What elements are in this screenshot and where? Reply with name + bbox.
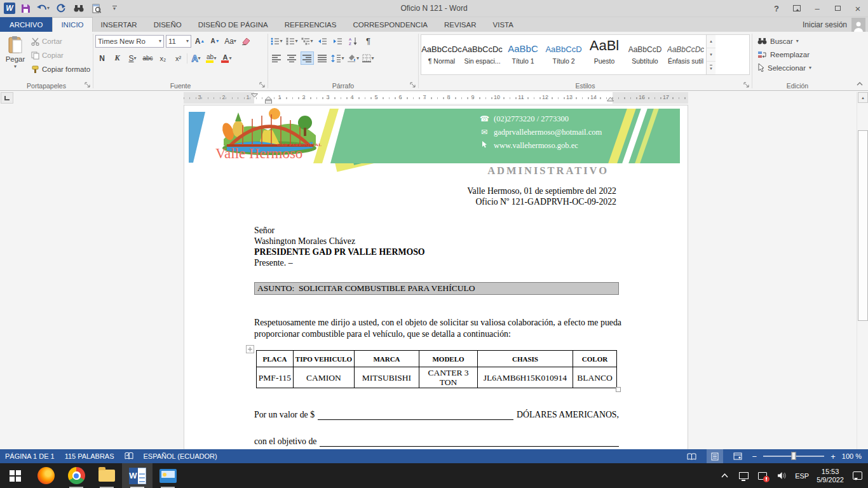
cell-placa[interactable]: PMF-115 xyxy=(257,367,294,388)
tab-diseno-de-pagina[interactable]: DISEÑO DE PÁGINA xyxy=(190,17,276,32)
recipient-closing[interactable]: Presente. – xyxy=(254,257,425,268)
highlight-color-button[interactable]: ab ▾ xyxy=(205,51,218,65)
tray-language[interactable]: ESP xyxy=(795,472,809,480)
subscript-button[interactable]: x₂ xyxy=(156,51,170,65)
recipient-name[interactable]: Washington Morales Chávez xyxy=(254,236,425,247)
print-preview-button[interactable] xyxy=(89,1,104,15)
cell-chasis[interactable]: JL6AMB6H15K010914 xyxy=(478,367,573,388)
align-left-button[interactable] xyxy=(270,51,283,65)
style-titulo-1[interactable]: AaBbCTítulo 1 xyxy=(503,35,543,74)
tab-vista[interactable]: VISTA xyxy=(485,17,522,32)
col-header-marca[interactable]: MARCA xyxy=(355,351,419,367)
bold-button[interactable]: N xyxy=(95,51,109,65)
zoom-slider[interactable] xyxy=(763,456,824,457)
tab-correspondencia[interactable]: CORRESPONDENCIA xyxy=(344,17,436,32)
scrollbar-thumb[interactable] xyxy=(858,130,868,321)
cut-button[interactable]: Cortar xyxy=(31,34,90,48)
zoom-slider-thumb[interactable] xyxy=(792,452,796,460)
format-painter-button[interactable]: Copiar formato xyxy=(31,62,90,76)
underline-button[interactable]: S▾ xyxy=(126,51,139,65)
vertical-scrollbar[interactable]: ▴ xyxy=(857,92,868,449)
bullets-button[interactable]: ▾ xyxy=(270,34,283,48)
value-line[interactable]: Por un valor de $ DÓLARES AMERICANOS, xyxy=(254,409,619,420)
ribbon-display-options-button[interactable] xyxy=(787,0,807,17)
document-page[interactable]: Valle Hermoso GAD PARROQUIAL ☎(02)277322… xyxy=(184,105,688,449)
minimize-button[interactable]: – xyxy=(807,0,827,17)
read-mode-button[interactable] xyxy=(684,449,700,463)
font-color-button[interactable]: A ▾ xyxy=(220,51,233,65)
tray-volume-icon[interactable] xyxy=(776,470,787,482)
tab-referencias[interactable]: REFERENCIAS xyxy=(276,17,345,32)
decrease-indent-button[interactable] xyxy=(316,34,329,48)
tab-insertar[interactable]: INSERTAR xyxy=(93,17,146,32)
value-line-prefix[interactable]: Por un valor de $ xyxy=(254,409,315,420)
cell-marca[interactable]: MITSUBISHI xyxy=(355,367,419,388)
grow-font-button[interactable]: A▲ xyxy=(193,34,207,48)
taskbar-chrome[interactable] xyxy=(61,463,92,488)
close-button[interactable]: × xyxy=(848,0,868,17)
zoom-in-button[interactable]: + xyxy=(831,452,836,461)
document-canvas[interactable]: Valle Hermoso GAD PARROQUIAL ☎(02)277322… xyxy=(0,104,857,449)
change-case-button[interactable]: Aa▾ xyxy=(224,34,237,48)
department-heading[interactable]: ADMINISTRATIVO xyxy=(487,165,609,177)
print-layout-button[interactable] xyxy=(707,449,723,463)
tray-network-icon[interactable] xyxy=(738,470,749,482)
help-button[interactable]: ? xyxy=(766,0,787,17)
styles-dialog-launcher[interactable] xyxy=(743,81,750,89)
style-titulo-2[interactable]: AaBbCcDTítulo 2 xyxy=(543,35,584,74)
value-blank-field[interactable] xyxy=(318,411,513,420)
align-center-button[interactable] xyxy=(285,51,299,65)
objective-blank-field[interactable] xyxy=(320,438,619,447)
recipient-title[interactable]: PRESIDENTE GAD PR VALLE HERMOSO xyxy=(254,247,425,257)
body-paragraph[interactable]: Respetuosamente me dirijo a usted, con e… xyxy=(254,317,621,339)
right-indent-marker[interactable] xyxy=(607,97,614,103)
paste-button[interactable]: Pegar ▾ xyxy=(2,34,29,76)
subject-line[interactable]: ASUNTO: SOLICITAR COMBUSTIBLE PARA VEHÍC… xyxy=(254,282,619,295)
action-center-icon[interactable] xyxy=(851,470,863,482)
vehicle-table[interactable]: PLACA TIPO VEHICULO MARCA MODELO CHASIS … xyxy=(256,350,617,388)
tab-diseno[interactable]: DISEÑO xyxy=(146,17,190,32)
col-header-color[interactable]: COLOR xyxy=(573,351,617,367)
justify-button[interactable] xyxy=(316,51,329,65)
objective-line-label[interactable]: con el objetivo de xyxy=(254,436,316,447)
undo-button[interactable]: ▾ xyxy=(36,1,51,15)
style-normal[interactable]: AaBbCcDc¶ Normal xyxy=(421,35,462,74)
font-size-combobox[interactable]: 11 ▾ xyxy=(166,35,191,48)
font-dialog-launcher[interactable] xyxy=(259,81,266,89)
cell-tipo[interactable]: CAMION xyxy=(294,367,355,388)
proofing-status-icon[interactable] xyxy=(125,452,133,461)
table-move-handle[interactable] xyxy=(246,345,254,353)
line-spacing-button[interactable]: ▾ xyxy=(331,51,344,65)
superscript-button[interactable]: x² xyxy=(172,51,185,65)
cell-modelo[interactable]: CANTER 3 TON xyxy=(419,367,478,388)
align-right-button[interactable] xyxy=(301,51,314,65)
select-menu-button[interactable]: Seleccionar ▾ xyxy=(757,61,841,74)
style-enfasis-sutil[interactable]: AaBbCcDcÉnfasis sutil xyxy=(665,35,706,74)
text-effects-button[interactable]: A▾ xyxy=(189,51,203,65)
font-family-combobox[interactable]: Times New Ro ▾ xyxy=(95,35,164,48)
date-reference-block[interactable]: Valle Hermoso, 01 de septiembre del 2022… xyxy=(467,186,616,207)
styles-more-button[interactable]: ▾ xyxy=(707,62,715,74)
tab-stop-selector[interactable] xyxy=(1,92,13,104)
find-button[interactable] xyxy=(71,1,86,15)
show-paragraph-marks-button[interactable]: ¶ xyxy=(362,34,375,48)
replace-button[interactable]: Reemplazar xyxy=(757,48,841,61)
table-resize-handle[interactable] xyxy=(616,387,621,392)
customize-qat-button[interactable]: ▾ xyxy=(107,1,122,15)
style-subtitulo[interactable]: AaBbCcDSubtítulo xyxy=(625,35,665,74)
word-count[interactable]: 115 PALABRAS xyxy=(65,452,114,460)
styles-scroll-down-button[interactable]: ▾ xyxy=(707,48,715,62)
clipboard-dialog-launcher[interactable] xyxy=(84,81,92,89)
start-button[interactable] xyxy=(0,463,31,488)
shrink-font-button[interactable]: A▼ xyxy=(208,34,222,48)
web-layout-button[interactable] xyxy=(729,449,746,463)
tray-alert-icon[interactable] xyxy=(757,470,768,482)
recipient-block[interactable]: Señor Washington Morales Chávez PRESIDEN… xyxy=(254,225,425,268)
tray-clock[interactable]: 15:53 5/9/2022 xyxy=(817,468,844,484)
tray-chevron-up-icon[interactable] xyxy=(719,470,730,482)
strikethrough-button[interactable]: abc xyxy=(141,51,154,65)
collapse-ribbon-button[interactable] xyxy=(857,77,863,88)
zoom-level[interactable]: 100 % xyxy=(842,452,862,460)
style-puesto[interactable]: AaBlPuesto xyxy=(584,35,625,74)
styles-scroll-up-button[interactable]: ▴ xyxy=(707,35,715,48)
